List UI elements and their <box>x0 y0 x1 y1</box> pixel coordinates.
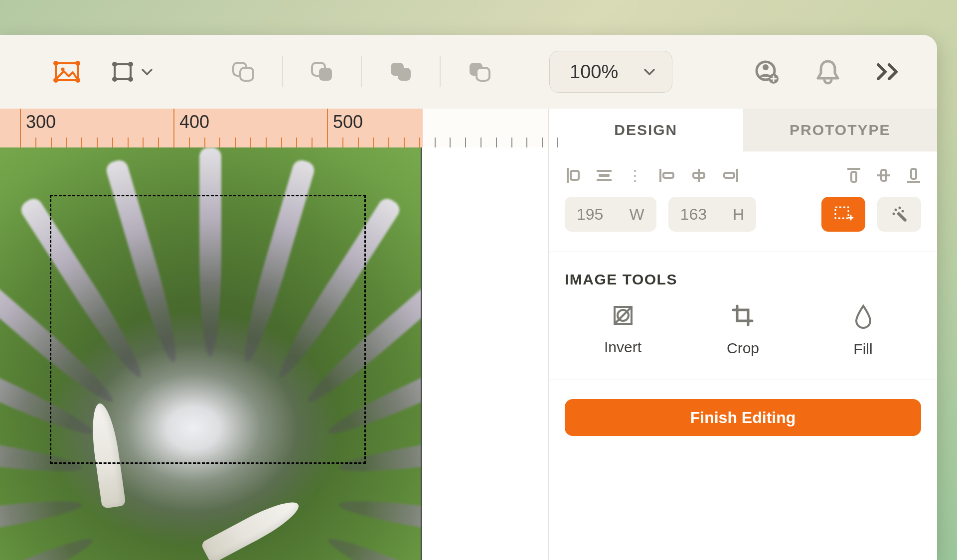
svg-rect-29 <box>698 169 700 182</box>
svg-rect-6 <box>115 64 131 79</box>
svg-rect-35 <box>877 174 890 176</box>
svg-point-43 <box>893 213 895 215</box>
ruler-label: 400 <box>179 112 209 133</box>
svg-rect-24 <box>599 174 610 177</box>
selection-add-button[interactable] <box>821 197 865 232</box>
canvas-area[interactable]: 300 400 500 // generate ticks for ruler … <box>0 109 548 560</box>
svg-rect-0 <box>56 63 78 80</box>
toolbar: 100% <box>0 35 937 109</box>
svg-rect-28 <box>663 173 673 178</box>
tab-design[interactable]: DESIGN <box>549 109 743 151</box>
svg-rect-16 <box>398 68 411 81</box>
svg-point-7 <box>112 62 117 67</box>
svg-point-41 <box>899 207 901 209</box>
ruler-label: 500 <box>333 112 363 133</box>
svg-point-3 <box>75 61 80 66</box>
svg-rect-18 <box>477 68 489 81</box>
chevron-down-icon <box>141 65 154 78</box>
toolbar-separator <box>440 56 441 87</box>
image-tool-button[interactable] <box>44 54 90 90</box>
svg-rect-23 <box>571 171 579 180</box>
svg-point-10 <box>128 77 133 82</box>
svg-point-8 <box>128 62 133 67</box>
svg-rect-25 <box>597 170 612 172</box>
invert-icon <box>612 304 635 327</box>
tool-crop[interactable]: Crop <box>698 304 788 358</box>
svg-point-5 <box>75 78 80 83</box>
dimensions-row: 195 W 163 H <box>549 197 937 252</box>
chevron-down-icon <box>643 65 656 78</box>
align-center-h-icon[interactable] <box>690 168 707 183</box>
svg-rect-26 <box>597 179 612 181</box>
tab-prototype[interactable]: PROTOTYPE <box>743 109 938 151</box>
svg-rect-22 <box>567 168 569 183</box>
boolean-subtract-button[interactable] <box>299 54 345 90</box>
svg-rect-12 <box>240 68 253 81</box>
svg-point-4 <box>53 78 58 83</box>
align-bottom-icon[interactable] <box>906 167 921 184</box>
image-tools-label: IMAGE TOOLS <box>549 252 937 299</box>
alignment-row: ⋮ <box>549 151 937 197</box>
svg-rect-31 <box>736 169 738 182</box>
svg-point-40 <box>895 209 897 211</box>
inspector-panel: DESIGN PROTOTYPE ⋮ <box>548 109 937 560</box>
share-button[interactable] <box>753 58 781 86</box>
svg-rect-34 <box>851 172 856 182</box>
height-input[interactable]: 163 H <box>668 197 757 232</box>
zoom-value: 100% <box>570 61 618 83</box>
svg-rect-39 <box>835 207 848 218</box>
svg-point-20 <box>763 64 769 70</box>
panel-tabs: DESIGN PROTOTYPE <box>549 109 937 151</box>
app-window: 100% <box>0 35 937 560</box>
align-more-icon[interactable]: ⋮ <box>628 166 641 184</box>
svg-rect-38 <box>911 169 916 179</box>
align-top-icon[interactable] <box>846 167 861 184</box>
finish-editing-button[interactable]: Finish Editing <box>565 399 921 436</box>
shape-tool-button[interactable] <box>102 54 161 90</box>
svg-point-9 <box>112 77 117 82</box>
boolean-union-button[interactable] <box>220 54 266 90</box>
magic-wand-button[interactable] <box>877 197 921 232</box>
selection-marquee[interactable] <box>50 195 366 464</box>
tool-fill[interactable]: Fill <box>818 304 908 358</box>
fill-icon <box>853 304 873 329</box>
align-center-v-icon[interactable] <box>876 167 891 184</box>
align-left-icon[interactable] <box>658 168 675 183</box>
align-h-left-icon[interactable] <box>565 167 581 184</box>
toolbar-separator <box>361 56 362 87</box>
toolbar-separator <box>282 56 283 87</box>
svg-point-42 <box>902 210 904 213</box>
svg-rect-27 <box>659 169 661 182</box>
tool-invert[interactable]: Invert <box>578 304 668 358</box>
svg-rect-32 <box>724 173 734 178</box>
svg-point-2 <box>53 61 58 66</box>
ruler-horizontal[interactable]: 300 400 500 // generate ticks for ruler … <box>0 109 548 147</box>
width-input[interactable]: 195 W <box>565 197 656 232</box>
zoom-select[interactable]: 100% <box>549 51 672 93</box>
crop-icon <box>731 304 755 328</box>
notifications-button[interactable] <box>815 58 840 85</box>
align-h-center-icon[interactable] <box>596 167 613 184</box>
overflow-button[interactable] <box>875 62 902 82</box>
canvas[interactable]: (function(){ var host=document.currentSc… <box>0 147 548 560</box>
align-right-icon[interactable] <box>722 168 739 183</box>
boolean-intersect-button[interactable] <box>378 54 424 90</box>
boolean-difference-button[interactable] <box>457 54 502 90</box>
ruler-label: 300 <box>26 112 56 133</box>
svg-rect-14 <box>319 68 332 81</box>
svg-rect-44 <box>897 212 907 222</box>
svg-rect-37 <box>907 181 920 183</box>
svg-rect-33 <box>847 168 860 170</box>
image-layer[interactable]: (function(){ var host=document.currentSc… <box>0 147 422 560</box>
